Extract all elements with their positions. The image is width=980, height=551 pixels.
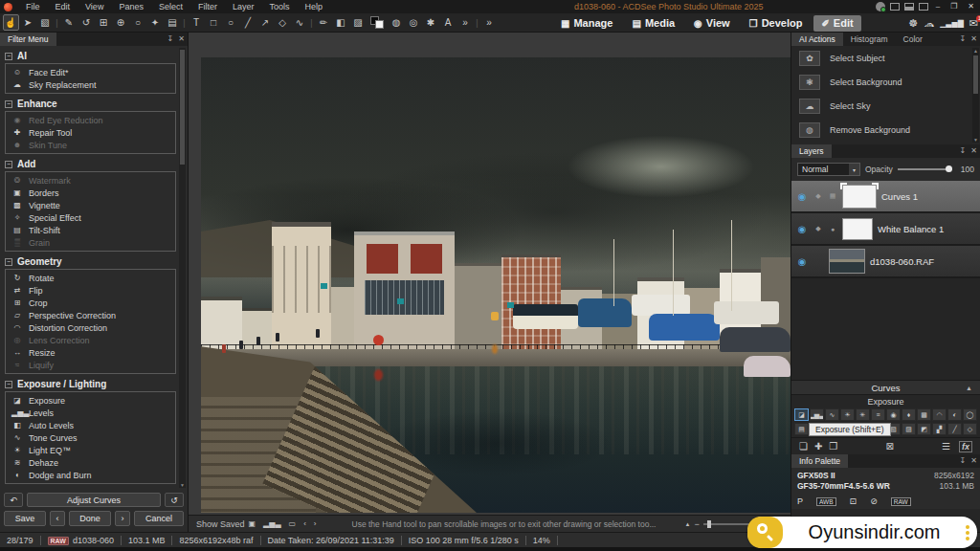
fx-icon[interactable]: fx	[959, 441, 972, 452]
layer-row-white-balance[interactable]: ◉ ◆ ● White Balance 1	[791, 213, 980, 246]
menu-item[interactable]: Help	[297, 0, 330, 13]
adjust-icon[interactable]: ▞	[932, 423, 947, 435]
light-eq-icon[interactable]: ☀	[840, 408, 855, 421]
tone-curves[interactable]: ∿ Tone Curves	[6, 431, 175, 444]
adjust-icon[interactable]: ▨	[902, 423, 916, 435]
layout-panel-icon[interactable]	[919, 3, 928, 11]
gradient-icon[interactable]: ◩	[917, 423, 931, 435]
auto-levels[interactable]: ◧ Auto Levels	[6, 419, 175, 431]
marquee-select-tool[interactable]: ▧	[37, 14, 54, 31]
freehand-select-tool[interactable]: ○	[130, 14, 146, 31]
ellipse-tool[interactable]: ○	[223, 14, 239, 31]
red-eye-reduction[interactable]: ◉ Red Eye Reduction	[6, 114, 175, 126]
edit[interactable]: ✐ Edit	[813, 15, 860, 32]
user-avatar[interactable]	[876, 2, 885, 11]
select-sky[interactable]: ☁ Select Sky	[791, 94, 980, 118]
done-button[interactable]: Done	[69, 511, 111, 526]
pin-icon[interactable]: ↧	[960, 33, 967, 46]
watermark[interactable]: ❂ Watermark	[6, 174, 175, 187]
special-effect[interactable]: ✧ Special Effect	[6, 211, 175, 224]
tab-color[interactable]: Color	[896, 33, 930, 46]
close-icon[interactable]: ✕	[970, 144, 977, 158]
display-mode-icon[interactable]: ▭	[289, 519, 297, 528]
tab-ai-actions[interactable]: AI Actions	[791, 33, 843, 46]
blend-mode-select[interactable]: Normal ▾	[797, 163, 860, 176]
split-tone-icon[interactable]: ◐	[947, 408, 962, 421]
rectangle-tool[interactable]: □	[206, 14, 222, 31]
section-header-add[interactable]: − Add	[5, 157, 176, 171]
zoom-slider-thumb[interactable]	[707, 520, 711, 528]
new-layer-icon[interactable]: ❏	[799, 441, 808, 452]
menu-item[interactable]: Edit	[48, 0, 78, 13]
more-tools-chevron[interactable]: »	[457, 14, 474, 31]
visibility-eye-icon[interactable]: ◉	[795, 256, 809, 267]
dodge-and-burn[interactable]: ◖ Dodge and Burn	[6, 469, 175, 481]
cancel-button[interactable]: Cancel	[134, 511, 184, 526]
undo-icon[interactable]: ↶	[4, 493, 23, 507]
section-header-geometry[interactable]: − Geometry	[5, 254, 176, 269]
tab-histogram[interactable]: Histogram	[843, 33, 896, 46]
actual-size-icon[interactable]: ▣	[249, 519, 256, 528]
restore-button[interactable]: ❐	[947, 0, 960, 13]
chevron-down-icon[interactable]: ▾	[849, 164, 859, 175]
magic-wand-tool[interactable]: ✦	[147, 14, 164, 31]
duplicate-layer-icon[interactable]: ❐	[829, 441, 837, 452]
pencil-tool[interactable]: ✏	[316, 14, 332, 31]
develop[interactable]: ❒ Develop	[742, 15, 811, 32]
perspective-correction[interactable]: ▱ Perspective Correction	[6, 309, 175, 321]
tab-info-palette[interactable]: Info Palette	[791, 454, 848, 468]
visibility-eye-icon[interactable]: ◉	[795, 191, 809, 202]
gradient-tool[interactable]: ◧	[333, 14, 349, 31]
skin-tune[interactable]: ☻ Skin Tune	[6, 139, 175, 151]
view[interactable]: ◉ View	[686, 15, 738, 32]
next-icon[interactable]: ›	[314, 519, 317, 528]
settings-gear-icon[interactable]: ✱	[423, 14, 439, 31]
collapse-icon[interactable]: −	[5, 100, 12, 108]
zoom-out-icon[interactable]: −	[694, 519, 699, 529]
eraser-tool[interactable]: ▨	[350, 14, 367, 31]
distortion-correction[interactable]: ◠ Distortion Correction	[6, 321, 175, 334]
overflow-chevron[interactable]: »	[481, 14, 498, 31]
visibility-eye-icon[interactable]: ◉	[795, 224, 809, 234]
saturation-icon[interactable]: ♦	[902, 408, 916, 421]
next-image-button[interactable]: ›	[115, 511, 130, 526]
select-subject[interactable]: ✿ Select Subject	[791, 46, 980, 70]
stats-icon[interactable]: ▁▃▅▇	[940, 19, 964, 28]
polygon-tool[interactable]: ◇	[275, 14, 291, 31]
navigator-icon[interactable]: ▲	[685, 521, 691, 527]
layout-split-icon[interactable]	[904, 3, 914, 11]
media[interactable]: ▤ Media	[624, 15, 682, 32]
layer-thumbnail[interactable]	[842, 218, 873, 240]
tilt-shift[interactable]: ▤ Tilt-Shift	[6, 224, 175, 236]
menu-item[interactable]: Layer	[225, 0, 262, 13]
layout-single-icon[interactable]	[890, 3, 900, 11]
vignette-icon[interactable]: ◯	[963, 408, 977, 421]
resize[interactable]: ↔ Resize	[6, 346, 175, 359]
ellipse-select-tool[interactable]: ⊕	[113, 14, 129, 31]
collapse-icon[interactable]: −	[5, 258, 12, 266]
collapse-icon[interactable]: −	[5, 53, 12, 60]
sliders-icon[interactable]: ≡	[871, 408, 885, 421]
image-canvas[interactable]	[189, 33, 791, 515]
minimize-button[interactable]: –	[933, 0, 943, 13]
tab-filter-menu[interactable]: Filter Menu	[0, 33, 56, 46]
light-eq[interactable]: ☀ Light EQ™	[6, 444, 175, 456]
ai-list-scrollbar[interactable]: ▲ ▼	[972, 48, 979, 143]
section-header-exposure-lighting[interactable]: − Exposure / Lighting	[5, 377, 176, 391]
menu-item[interactable]: Filter	[190, 0, 225, 13]
adjust-curves-button[interactable]: Adjust Curves	[27, 493, 161, 507]
flip[interactable]: ⇄ Flip	[6, 284, 175, 297]
scroll-thumb[interactable]	[180, 50, 185, 165]
notifications-icon[interactable]: ✉ 1	[969, 17, 978, 30]
remove-background[interactable]: ◍ Remove Background	[791, 118, 980, 142]
lens-correction[interactable]: ◎ Lens Correction	[6, 334, 175, 346]
curve-tool[interactable]: ∿	[292, 14, 308, 31]
previous-image-button[interactable]: ‹	[50, 511, 65, 526]
photo-effect-icon[interactable]: ▩	[917, 408, 931, 421]
manage[interactable]: ▦ Manage	[553, 15, 620, 32]
add-layer-icon[interactable]: ✚	[814, 441, 822, 452]
pin-icon[interactable]: ↧	[960, 144, 967, 158]
layer-thumbnail[interactable]	[842, 185, 877, 209]
arrow-tool[interactable]: ↗	[257, 14, 274, 31]
ai-assistant-icon[interactable]: ◍	[389, 14, 405, 31]
